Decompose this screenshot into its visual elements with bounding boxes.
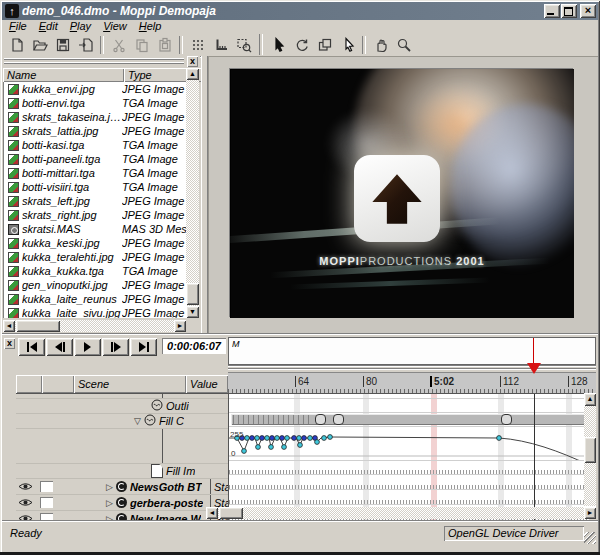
keyframe-dot[interactable] bbox=[245, 436, 250, 441]
scroll-down-button[interactable]: ▼ bbox=[186, 306, 199, 318]
clip-track[interactable] bbox=[229, 412, 589, 427]
keyframe-dot[interactable] bbox=[308, 436, 313, 441]
lock-checkbox[interactable] bbox=[40, 481, 53, 492]
expand-icon[interactable]: ▷ bbox=[106, 514, 113, 521]
pick-arrow-button[interactable] bbox=[336, 34, 359, 55]
track-lane[interactable] bbox=[229, 474, 589, 490]
timeline-panel-close-icon[interactable]: x bbox=[4, 338, 15, 349]
file-row[interactable]: botti-mittari.tgaTGA Image bbox=[4, 166, 187, 180]
track-row-outli[interactable]: Outli R255 G255 B2 bbox=[16, 399, 228, 414]
panel-splitter[interactable] bbox=[201, 56, 208, 334]
scroll-left-button[interactable]: ◄ bbox=[3, 320, 15, 332]
file-list-vscrollbar[interactable]: ▲▼ bbox=[186, 68, 199, 318]
keyframe-dot[interactable] bbox=[315, 440, 320, 445]
file-row[interactable]: skratsi.MASMAS 3D Mesh bbox=[4, 222, 187, 236]
keyframe-dot[interactable] bbox=[250, 436, 255, 441]
expand-icon[interactable]: ▷ bbox=[106, 482, 113, 492]
expand-icon[interactable]: ▷ bbox=[106, 498, 113, 508]
keyframe-dot[interactable] bbox=[255, 436, 260, 441]
keyframe-dot[interactable] bbox=[269, 445, 274, 450]
save-file-button[interactable] bbox=[51, 34, 74, 55]
rotate-button[interactable] bbox=[290, 34, 313, 55]
menu-file[interactable]: File bbox=[4, 20, 32, 33]
close-button[interactable]: × bbox=[580, 4, 596, 18]
file-row[interactable]: kukka_envi.jpgJPEG Image bbox=[4, 82, 187, 96]
grid-button[interactable] bbox=[186, 34, 209, 55]
scroll-thumb[interactable] bbox=[186, 283, 199, 305]
scroll-up-button[interactable]: ▲ bbox=[186, 68, 199, 80]
minimize-button[interactable] bbox=[544, 4, 560, 18]
file-row[interactable]: skrats_takaseina.jpgJPEG Image bbox=[4, 110, 187, 124]
time-display[interactable]: 0:00:06:07 bbox=[162, 338, 226, 354]
keyframe-dot[interactable] bbox=[322, 436, 327, 441]
step-forward-button[interactable] bbox=[102, 338, 129, 356]
timeline-hscrollbar[interactable]: ◄► bbox=[206, 507, 596, 519]
select-arrow-button[interactable] bbox=[267, 34, 290, 55]
keyframe-dot[interactable] bbox=[292, 436, 297, 441]
play-button[interactable] bbox=[74, 338, 101, 356]
file-row[interactable]: kukka_laite_sivu.jpgJPEG Image bbox=[4, 306, 187, 318]
scroll-thumb[interactable] bbox=[219, 507, 243, 519]
new-file-button[interactable] bbox=[5, 34, 28, 55]
playhead-line[interactable] bbox=[534, 394, 535, 520]
scroll-left-button[interactable]: ◄ bbox=[206, 507, 218, 519]
zoom-region-button[interactable] bbox=[232, 34, 255, 55]
scroll-thumb[interactable] bbox=[584, 437, 596, 463]
value-column-header[interactable]: Value bbox=[186, 375, 228, 393]
track-row-fill-c[interactable]: ▽ Fill C R255 G255 B2 bbox=[16, 414, 228, 429]
maximize-button[interactable] bbox=[561, 4, 577, 18]
menu-view[interactable]: View bbox=[98, 20, 132, 33]
keyframe-dot[interactable] bbox=[297, 436, 302, 441]
file-row[interactable]: botti-visiiri.tgaTGA Image bbox=[4, 180, 187, 194]
zoom-button[interactable] bbox=[392, 34, 415, 55]
file-row[interactable]: kukka_teralehti.jpgJPEG Image bbox=[4, 250, 187, 264]
eye-icon[interactable] bbox=[18, 497, 33, 509]
file-panel-close-icon[interactable]: x bbox=[187, 56, 198, 67]
file-row[interactable]: botti-paneeli.tgaTGA Image bbox=[4, 152, 187, 166]
curve-editor[interactable]: 255 0 bbox=[229, 426, 589, 461]
go-start-button[interactable] bbox=[18, 338, 45, 356]
keyframe-dot[interactable] bbox=[328, 435, 333, 440]
column-header-name[interactable]: Name bbox=[3, 68, 124, 82]
track-row-gerbera-poste[interactable]: ▷ gerbera-poste Start:832 Len:79 bbox=[16, 495, 228, 511]
title-bar[interactable]: ↑ demo_046.dmo - Moppi Demopaja × bbox=[2, 2, 598, 20]
track-lane[interactable] bbox=[229, 489, 589, 505]
keyframe-dot[interactable] bbox=[260, 436, 265, 441]
scene-column-header[interactable]: Scene bbox=[74, 375, 186, 393]
lock-column-header[interactable] bbox=[42, 375, 74, 393]
file-row[interactable]: skrats_left.jpgJPEG Image bbox=[4, 194, 187, 208]
keyframe-dot[interactable] bbox=[298, 443, 303, 448]
visibility-column-header[interactable] bbox=[16, 375, 42, 393]
keyframe-dot[interactable] bbox=[280, 436, 285, 441]
keyframe-dot[interactable] bbox=[265, 436, 270, 441]
menu-help[interactable]: Help bbox=[134, 20, 167, 33]
keyframe-dot[interactable] bbox=[302, 436, 307, 441]
file-row[interactable]: botti-kasi.tgaTGA Image bbox=[4, 138, 187, 152]
track-row-newsgoth-bt[interactable]: ▷ NewsGoth BT Start:864 Len:47 bbox=[16, 479, 228, 495]
timeline-vscrollbar[interactable]: ▲▼ bbox=[584, 393, 596, 519]
playhead-line-red[interactable] bbox=[533, 338, 534, 366]
menu-play[interactable]: Play bbox=[65, 20, 96, 33]
file-row[interactable]: botti-envi.tgaTGA Image bbox=[4, 96, 187, 110]
playhead-marker[interactable] bbox=[527, 363, 541, 374]
file-row[interactable]: kukka_laite_reunusJPEG Image bbox=[4, 292, 187, 306]
snap-ruler-button[interactable] bbox=[209, 34, 232, 55]
file-row[interactable]: gen_vinoputki.jpgJPEG Image bbox=[4, 278, 187, 292]
scroll-right-button[interactable]: ► bbox=[584, 507, 596, 519]
keyframe-dot[interactable] bbox=[275, 436, 280, 441]
timeline-ruler[interactable]: 64805:02112128 bbox=[228, 372, 596, 394]
clip-key-marker[interactable] bbox=[315, 414, 326, 425]
track-row-fill-im[interactable]: Fill Im intrologo.tga bbox=[16, 464, 228, 479]
panel-grip[interactable] bbox=[4, 58, 184, 66]
clip-key-marker[interactable] bbox=[501, 414, 512, 425]
clip-key-marker[interactable] bbox=[333, 414, 344, 425]
file-row[interactable]: kukka_kukka.tgaTGA Image bbox=[4, 264, 187, 278]
keyframe-dot[interactable] bbox=[282, 445, 287, 450]
scroll-up-button[interactable]: ▲ bbox=[584, 393, 596, 406]
clip-bar[interactable] bbox=[231, 414, 585, 425]
keyframe-dot[interactable] bbox=[497, 436, 502, 441]
hand-button[interactable] bbox=[369, 34, 392, 55]
step-back-button[interactable] bbox=[46, 338, 73, 356]
render-viewport[interactable]: MOPPIPRODUCTIONS 2001 bbox=[230, 69, 574, 318]
eye-icon[interactable] bbox=[18, 481, 33, 493]
